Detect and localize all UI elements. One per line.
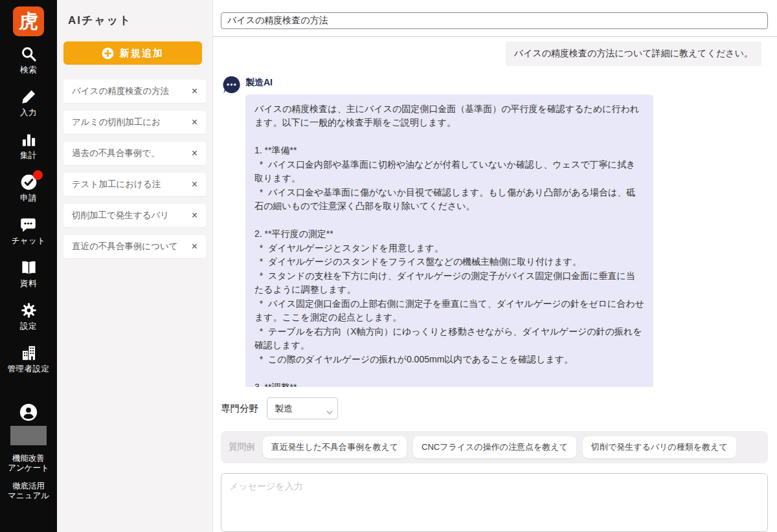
sidebar-item-label: 管理者設定	[8, 364, 50, 375]
chat-history-item-label: 過去の不具合事例で、	[72, 148, 160, 159]
survey-link-line1: 機能改善	[8, 454, 49, 463]
chat-bubble-icon	[19, 216, 37, 234]
ai-message-row: 製造AI バイスの精度検査は、主にバイスの固定側口金面（基準面）の平行度を確認す…	[221, 74, 768, 387]
sidebar-item-label: 資料	[20, 278, 37, 289]
building-icon	[20, 344, 38, 362]
chat-messages[interactable]: バイスの精度検査の方法について詳細に教えてください。 製造AI バイスの精度検査…	[221, 37, 768, 387]
sidebar-item-chat[interactable]: チャット	[11, 216, 45, 247]
chat-history-item-label: 直近の不具合事例について	[72, 241, 178, 252]
chat-history-item[interactable]: 直近の不具合事例について ×	[63, 235, 206, 258]
sidebar-item-label: チャット	[11, 236, 45, 247]
pencil-icon	[20, 88, 38, 105]
example-question-chip[interactable]: CNCフライスの操作の注意点を教えて	[413, 436, 576, 458]
icon-rail: 虎 検索 入力 集計 申請	[0, 0, 57, 532]
chat-history-item-label: バイスの精度検査の方法	[72, 85, 169, 97]
example-question-chip[interactable]: 直近発生した不具合事例を教えて	[263, 436, 407, 458]
chat-panel: バイスの精度検査の方法について詳細に教えてください。 製造AI バイスの精度検査…	[213, 0, 777, 532]
sidebar-item-apply[interactable]: 申請	[20, 173, 38, 204]
sidebar-item-label: 申請	[20, 193, 37, 204]
chat-history-item-label: 切削加工で発生するバリ	[72, 210, 169, 221]
specialty-select[interactable]: 製造	[267, 397, 338, 419]
sidebar-item-input[interactable]: 入力	[20, 88, 38, 118]
new-chat-button[interactable]: 新規追加	[63, 41, 202, 65]
ai-message-content: 製造AI バイスの精度検査は、主にバイスの固定側口金面（基準面）の平行度を確認す…	[245, 74, 653, 387]
rail-footer: 機能改善 アンケート 徹底活用 マニュアル	[8, 403, 49, 532]
manual-link[interactable]: 徹底活用 マニュアル	[8, 482, 49, 501]
sidebar-title: AIチャット	[57, 0, 212, 28]
specialty-select-wrapper: 製造	[267, 397, 338, 419]
sidebar-item-label: 設定	[20, 321, 37, 332]
sidebar-item-settings[interactable]: 設定	[20, 302, 38, 332]
ai-avatar-icon	[221, 74, 242, 96]
manual-link-line1: 徹底活用	[8, 482, 49, 491]
examples-label: 質問例	[229, 441, 255, 453]
chat-title-input[interactable]	[221, 12, 768, 29]
chat-history-item-label: アルミの切削加工にお	[72, 116, 161, 128]
ai-name: 製造AI	[245, 77, 653, 89]
new-chat-button-label: 新規追加	[120, 47, 164, 60]
sidebar-item-documents[interactable]: 資料	[20, 259, 38, 289]
survey-link[interactable]: 機能改善 アンケート	[8, 454, 49, 473]
sidebar-item-admin-settings[interactable]: 管理者設定	[8, 344, 50, 375]
specialty-label: 専門分野	[221, 403, 258, 415]
specialty-row: 専門分野 製造	[221, 397, 768, 419]
book-icon	[20, 259, 38, 276]
search-icon	[20, 45, 38, 63]
sidebar-item-search[interactable]: 検索	[20, 45, 38, 76]
chat-history-sidebar: AIチャット 新規追加 バイスの精度検査の方法 × アルミの切削加工にお × 過…	[57, 0, 213, 532]
close-icon[interactable]: ×	[192, 180, 197, 189]
bar-chart-icon	[20, 131, 38, 148]
sidebar-item-label: 集計	[20, 150, 37, 161]
message-input[interactable]	[221, 473, 768, 532]
brand-logo[interactable]: 虎	[13, 6, 44, 36]
chat-history-list: バイスの精度検査の方法 × アルミの切削加工にお × 過去の不具合事例で、 × …	[57, 80, 212, 266]
example-question-chip[interactable]: 切削で発生するバリの種類を教えて	[583, 436, 736, 458]
close-icon[interactable]: ×	[192, 118, 197, 127]
app-window: 虎 検索 入力 集計 申請	[0, 0, 777, 532]
user-message: バイスの精度検査の方法について詳細に教えてください。	[506, 41, 761, 66]
manual-link-line2: マニュアル	[8, 491, 49, 501]
plus-circle-icon	[102, 47, 114, 60]
sidebar-item-label: 検索	[20, 65, 37, 76]
example-questions-bar: 質問例 直近発生した不具合事例を教えて CNCフライスの操作の注意点を教えて 切…	[221, 431, 768, 463]
sidebar-item-aggregate[interactable]: 集計	[20, 131, 38, 161]
check-circle-icon	[20, 173, 38, 191]
chat-history-item[interactable]: 切削加工で発生するバリ ×	[63, 204, 206, 227]
survey-link-line2: アンケート	[8, 463, 49, 473]
notification-badge	[33, 170, 43, 180]
close-icon[interactable]: ×	[192, 149, 197, 158]
chat-history-item[interactable]: アルミの切削加工にお ×	[63, 111, 206, 134]
user-message-row: バイスの精度検査の方法について詳細に教えてください。	[221, 41, 768, 66]
gear-icon	[20, 302, 38, 319]
chat-history-item[interactable]: テスト加工における注 ×	[63, 173, 206, 196]
ai-message: バイスの精度検査は、主にバイスの固定側口金面（基準面）の平行度を確認するために行…	[245, 94, 653, 387]
close-icon[interactable]: ×	[192, 242, 197, 251]
chat-history-item[interactable]: バイスの精度検査の方法 ×	[63, 80, 206, 103]
close-icon[interactable]: ×	[192, 211, 197, 220]
user-avatar-icon[interactable]	[19, 403, 38, 422]
sidebar-item-label: 入力	[20, 107, 37, 118]
chat-history-item-label: テスト加工における注	[72, 179, 161, 190]
close-icon[interactable]: ×	[192, 87, 197, 96]
chat-history-item[interactable]: 過去の不具合事例で、 ×	[63, 142, 206, 165]
user-name-redacted	[10, 426, 47, 445]
